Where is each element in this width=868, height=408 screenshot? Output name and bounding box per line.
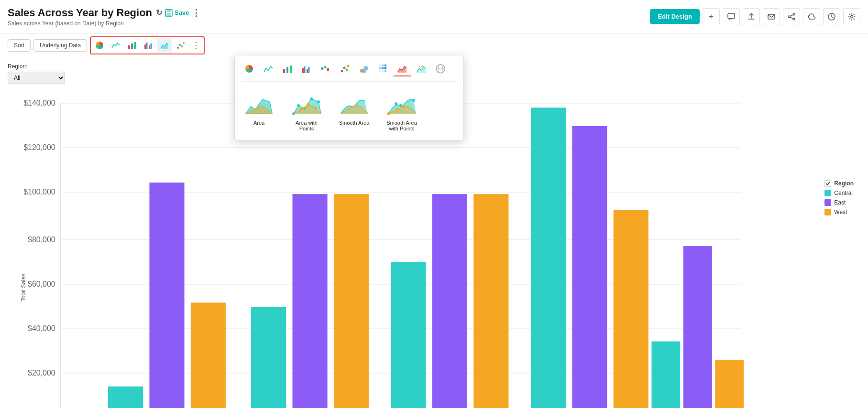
area-chart-button[interactable] (157, 38, 172, 53)
smooth-area-with-points-thumbnail (386, 92, 418, 117)
upload-button[interactable] (803, 8, 820, 25)
svg-rect-51 (321, 67, 323, 70)
line-chart-button[interactable] (108, 38, 123, 53)
area-label: Area (253, 120, 264, 126)
svg-point-85 (299, 108, 302, 111)
more-options-icon[interactable]: ⋮ (192, 8, 200, 18)
email-icon (767, 12, 776, 21)
dt-scatter-button[interactable] (336, 61, 353, 76)
pie-chart-button[interactable] (92, 38, 107, 53)
dt-pie-button[interactable] (241, 61, 258, 76)
dt-bubble-button[interactable] (355, 61, 373, 76)
area-with-points-option[interactable]: Area with Points (287, 89, 326, 134)
dt-line-icon (263, 64, 274, 74)
grouped-bar-button[interactable] (141, 38, 156, 53)
bar-2017-east[interactable] (572, 126, 607, 408)
dt-scatter-icon (340, 64, 350, 74)
legend: Region Central East West (824, 180, 854, 215)
svg-point-58 (346, 69, 348, 71)
dt-pie-icon (244, 64, 254, 74)
bar-2018-central[interactable] (651, 342, 680, 408)
comment-button[interactable] (723, 8, 740, 25)
grouped-bar-icon (143, 41, 153, 50)
settings-button[interactable] (843, 8, 860, 25)
area-with-points-label: Area with Points (290, 120, 323, 131)
dt-heatmap-button[interactable] (374, 61, 392, 76)
add-button[interactable]: ＋ (703, 8, 720, 25)
header-subtitle: Sales across Year (based on Date) by Reg… (8, 20, 200, 27)
share-up-button[interactable] (743, 8, 760, 25)
dt-map-button[interactable] (432, 61, 449, 76)
dt-area-line-icon (416, 64, 427, 74)
dt-heatmap-icon (378, 64, 388, 74)
dt-grouped-bar-icon (301, 64, 312, 74)
dt-waterfall-button[interactable] (317, 61, 334, 76)
svg-rect-45 (286, 67, 288, 73)
dt-bar-button[interactable] (279, 61, 296, 76)
bar-2014-west[interactable] (191, 302, 226, 408)
bar-2016-west[interactable] (473, 194, 508, 408)
bar-2016-central[interactable] (391, 262, 426, 408)
svg-point-90 (399, 104, 402, 107)
bar-2014-central[interactable] (108, 387, 143, 408)
save-label: Save (175, 9, 189, 16)
svg-rect-50 (308, 67, 310, 73)
email-button[interactable] (763, 8, 780, 25)
region-legend-checkbox[interactable] (824, 180, 831, 187)
history-button[interactable] (823, 8, 840, 25)
sort-button[interactable]: Sort (8, 39, 31, 52)
svg-point-93 (396, 108, 398, 111)
svg-point-91 (412, 99, 415, 102)
svg-point-59 (347, 65, 350, 67)
scatter-chart-button[interactable] (173, 38, 188, 53)
svg-rect-10 (128, 45, 130, 49)
refresh-icon[interactable]: ↻ (156, 8, 162, 17)
bar-2017-west[interactable] (614, 210, 648, 408)
bar-2016-east[interactable] (432, 194, 467, 408)
west-color-swatch (824, 209, 831, 215)
dt-grouped-bar-button[interactable] (298, 61, 315, 76)
dt-area-icon-active (397, 63, 407, 74)
bar-2018-west[interactable] (715, 360, 744, 408)
bar-2015-east[interactable] (292, 194, 327, 408)
checkmark-icon (825, 181, 830, 186)
region-filter[interactable]: All Central East West (8, 72, 65, 84)
bar-chart-button[interactable] (124, 38, 140, 53)
dt-bubble-icon (359, 64, 369, 74)
svg-line-54 (323, 67, 324, 69)
legend-label-central: Central (834, 190, 853, 196)
svg-rect-14 (146, 43, 148, 49)
area-option[interactable]: Area (241, 89, 277, 129)
dt-line2-button[interactable] (413, 61, 430, 76)
more-chart-types-button[interactable]: ⋮ (189, 39, 203, 52)
svg-rect-65 (385, 64, 386, 66)
svg-point-20 (183, 42, 185, 44)
svg-rect-49 (307, 69, 308, 73)
svg-line-55 (326, 67, 327, 70)
bar-2014-east[interactable] (149, 183, 184, 408)
dt-line-button[interactable] (260, 61, 277, 76)
bar-2017-central[interactable] (531, 107, 566, 408)
svg-rect-68 (385, 67, 386, 69)
underlying-data-button[interactable]: Underlying Data (33, 39, 87, 52)
svg-rect-52 (324, 66, 326, 68)
dt-area-button[interactable] (394, 61, 411, 76)
area-with-points-thumbnail (291, 92, 322, 117)
svg-text:$140,000: $140,000 (23, 99, 55, 107)
smooth-area-with-points-option[interactable]: Smooth Area with Points (382, 89, 421, 134)
upload-icon (747, 12, 756, 21)
save-button[interactable]: Save (165, 9, 189, 17)
share-button[interactable] (783, 8, 800, 25)
bar-2015-central[interactable] (251, 307, 286, 408)
svg-text:$100,000: $100,000 (23, 188, 55, 196)
bar-2015-west[interactable] (334, 194, 369, 408)
edit-design-button[interactable]: Edit Design (650, 9, 700, 24)
svg-rect-13 (144, 44, 146, 49)
svg-point-9 (851, 15, 853, 18)
legend-item-west: West (824, 209, 854, 215)
svg-rect-48 (304, 66, 306, 73)
bar-2018-east[interactable] (683, 246, 712, 408)
pie-icon (95, 41, 104, 50)
svg-point-6 (788, 16, 790, 18)
smooth-area-option[interactable]: Smooth Area (336, 89, 373, 129)
